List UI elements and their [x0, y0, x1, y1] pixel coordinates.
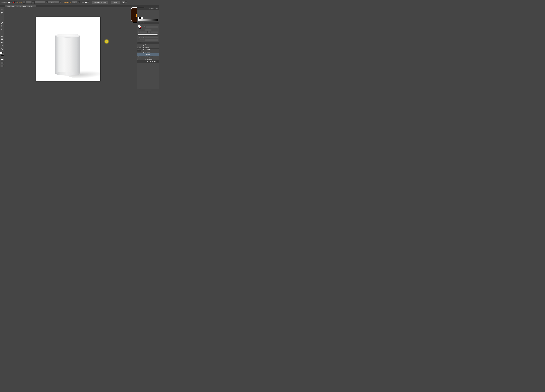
expand-icon[interactable] — [142, 52, 142, 53]
action-row[interactable]: Сохранить — [137, 44, 159, 46]
stroke-profile-dropdown[interactable] — [46, 1, 48, 3]
swatch-gradient-bar[interactable] — [138, 19, 158, 21]
stroke-profile-field[interactable] — [34, 1, 45, 4]
fill-swatch[interactable] — [8, 1, 10, 3]
expand-icon[interactable] — [146, 56, 146, 57]
folder-icon — [143, 52, 144, 53]
zoom-tool[interactable] — [0, 48, 4, 50]
action-check-icon[interactable] — [137, 56, 139, 58]
svg-rect-4 — [1, 29, 2, 30]
fill-stroke-control[interactable] — [0, 52, 4, 55]
align-icon[interactable] — [122, 1, 125, 4]
scissors-tool[interactable] — [0, 25, 4, 27]
align-dropdown[interactable] — [125, 1, 127, 3]
new-folder-icon[interactable] — [154, 61, 156, 62]
expand-icon[interactable] — [142, 45, 142, 45]
gradient-opacity-field[interactable] — [145, 36, 158, 38]
document-tab[interactable]: Безымянный-43* @ 12,5% (RGB/Просмотр) × — [6, 5, 36, 7]
selection-tool[interactable] — [0, 8, 4, 11]
options-bar: выделения Обводка: - Овал 3 pt. Непрозра… — [0, 0, 159, 5]
shape-builder-tool[interactable] — [0, 28, 4, 31]
mesh-tool[interactable] — [0, 31, 4, 34]
artboard-tool[interactable] — [0, 38, 4, 41]
action-dialog-icon[interactable] — [139, 51, 141, 53]
opacity-field[interactable]: 100% — [72, 1, 77, 4]
type-tool[interactable] — [0, 15, 4, 18]
pencil-tool[interactable] — [0, 22, 4, 24]
stroke-dropdown[interactable] — [15, 1, 17, 3]
swatch-none-icon[interactable] — [138, 17, 139, 19]
gradient-fill-swatch[interactable] — [138, 25, 140, 27]
action-check-icon[interactable] — [137, 54, 139, 55]
action-row[interactable]: Сохранить 3 — [137, 51, 159, 53]
action-dialog-icon[interactable] — [139, 49, 141, 50]
action-dialog-icon[interactable] — [139, 56, 141, 58]
opacity-dropdown[interactable] — [78, 1, 80, 3]
stroke-weight-dropdown[interactable] — [32, 1, 34, 3]
gradient-type-field[interactable] — [146, 26, 158, 28]
gradient-ratio-icon[interactable] — [148, 31, 150, 33]
gradient-angle-field[interactable] — [140, 31, 148, 33]
screen-mode-button[interactable] — [0, 61, 4, 64]
action-row[interactable]: 500*500 — [137, 46, 159, 48]
gradient-panel-title[interactable]: ⟳ Градиент — [137, 22, 159, 24]
actions-panel-title[interactable]: Операции — [137, 42, 159, 44]
new-action-icon[interactable] — [156, 61, 158, 62]
gradient-position-field[interactable] — [145, 39, 158, 41]
play-icon[interactable] — [152, 61, 154, 62]
extra-mode-button[interactable] — [0, 65, 4, 67]
gradient-angle-icon[interactable] — [138, 31, 140, 33]
expand-icon[interactable] — [143, 54, 144, 55]
canvas-area[interactable] — [4, 7, 137, 89]
column-graph-tool[interactable] — [0, 41, 4, 44]
expand-icon[interactable] — [142, 49, 142, 50]
stroke-weight-field[interactable] — [25, 1, 32, 4]
svg-point-3 — [1, 26, 2, 27]
expand-icon[interactable] — [146, 59, 146, 60]
color-panel — [137, 10, 159, 16]
colors-tab[interactable]: ог цветов — [148, 8, 154, 9]
action-label: 500*500 — [145, 47, 149, 48]
stop-icon[interactable] — [147, 61, 149, 62]
action-dialog-icon[interactable] — [139, 44, 141, 46]
action-row[interactable]: Воспроизвес — [137, 56, 159, 58]
fill-swatch-tool[interactable] — [0, 52, 2, 54]
brush-dropdown[interactable] — [60, 1, 61, 3]
swatch-white[interactable] — [141, 17, 143, 19]
fill-dropdown[interactable] — [10, 1, 12, 3]
document-params-button[interactable]: Параметры документа — [92, 1, 108, 4]
action-dialog-icon[interactable] — [139, 47, 141, 48]
record-icon[interactable] — [149, 61, 151, 62]
lasso-tool[interactable] — [0, 12, 4, 14]
gradient-ratio-field[interactable] — [151, 31, 158, 33]
style-swatch[interactable] — [85, 1, 87, 3]
action-row[interactable]: Сохранить 2 — [137, 48, 159, 51]
gradient-fill-stroke[interactable] — [138, 25, 141, 29]
rectangle-tool[interactable] — [0, 18, 4, 21]
color-mode-none[interactable] — [2, 59, 4, 60]
style-dropdown[interactable] — [87, 1, 89, 3]
action-dialog-icon[interactable] — [139, 59, 141, 60]
svg-point-7 — [1, 48, 2, 49]
eyedropper-tool[interactable] — [0, 44, 4, 47]
scale-tool[interactable] — [0, 35, 4, 37]
stroke-swatch-none[interactable] — [12, 1, 14, 3]
action-check-icon[interactable] — [137, 47, 139, 48]
action-row[interactable]: Сохранить 3 — [137, 53, 159, 56]
brush-field[interactable]: - Овал 3 pt. — [48, 1, 59, 4]
color-mode-solid[interactable] — [0, 59, 2, 60]
action-dialog-icon[interactable] — [139, 54, 141, 55]
gradient-stroke-mode[interactable] — [145, 29, 151, 31]
close-tab-icon[interactable]: × — [34, 6, 35, 7]
action-check-icon[interactable] — [137, 51, 139, 53]
stroke-weight-stepper[interactable] — [23, 1, 25, 4]
swatch-black[interactable] — [139, 17, 141, 19]
action-check-icon[interactable] — [137, 59, 139, 60]
action-check-icon[interactable] — [137, 44, 139, 46]
action-check-icon[interactable] — [137, 49, 139, 50]
settings-button[interactable]: Установки — [111, 1, 120, 4]
expand-icon[interactable] — [142, 47, 142, 48]
action-row[interactable]: Сохранить к — [137, 58, 159, 60]
gradient-slider[interactable] — [138, 34, 158, 36]
samples-tab[interactable]: Образ — [154, 8, 159, 9]
